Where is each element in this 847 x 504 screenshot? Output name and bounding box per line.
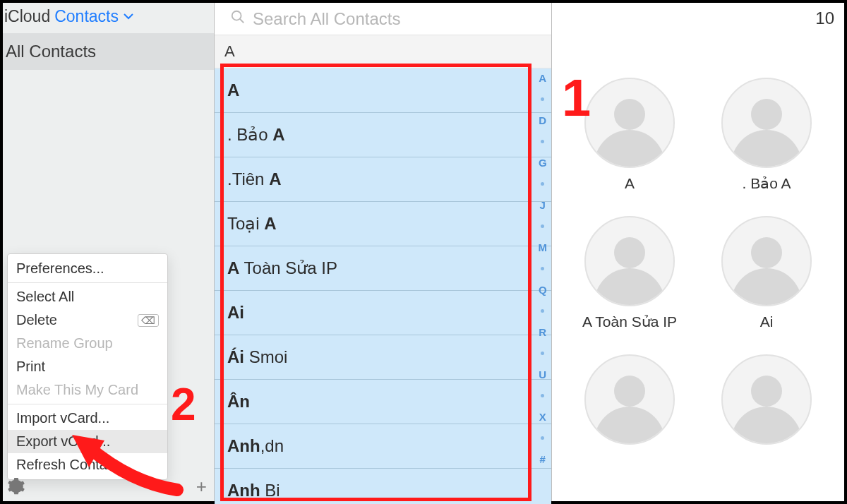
contact-row[interactable]: A Toàn Sửa IP [215, 246, 551, 291]
menu-item-preferences[interactable]: Preferences... [8, 257, 167, 280]
avatar [721, 78, 812, 168]
alpha-index-letter[interactable]: G [539, 157, 547, 169]
brand-contacts: Contacts [54, 7, 119, 26]
alpha-index-dot [541, 436, 544, 440]
avatar-name: . Bảo A [742, 175, 791, 192]
svg-line-1 [240, 18, 244, 23]
menu-item-select-all[interactable]: Select All [8, 285, 167, 308]
avatar-name: Ai [760, 313, 774, 330]
contact-row[interactable]: Ân [215, 380, 551, 424]
avatar-cell[interactable]: A [565, 78, 695, 192]
alpha-index-dot [541, 352, 544, 355]
alpha-index-dot [541, 97, 544, 101]
avatar [584, 354, 675, 445]
section-header: A [215, 35, 551, 68]
menu-item-refresh-contacts[interactable]: Refresh Contact [8, 453, 167, 476]
menu-item-export-vcard[interactable]: Export vCard... [8, 430, 167, 453]
avatar [584, 78, 675, 168]
settings-menu: Preferences... Select All Delete ⌫ Renam… [7, 253, 168, 480]
alpha-index-letter[interactable]: D [539, 114, 546, 126]
brand-icloud: iCloud [4, 7, 50, 26]
contact-row[interactable]: . Bảo A [215, 113, 551, 157]
menu-item-delete[interactable]: Delete ⌫ [8, 308, 167, 332]
avatar-cell[interactable]: A Toàn Sửa IP [565, 216, 695, 330]
alpha-index-dot [541, 140, 544, 143]
avatar [584, 216, 675, 306]
alpha-index-letter[interactable]: # [540, 453, 546, 465]
contact-row[interactable]: Toại A [215, 202, 551, 246]
alpha-index-dot [541, 182, 544, 186]
detail-pane: 10 A. Bảo AA Toàn Sửa IPAi [552, 3, 844, 501]
menu-item-make-my-card: Make This My Card [8, 378, 167, 402]
avatar-name: A [625, 175, 635, 192]
sidebar-item-all-contacts[interactable]: All Contacts [3, 33, 214, 70]
alpha-index-letter[interactable]: R [539, 326, 546, 338]
avatar [721, 354, 812, 445]
add-button[interactable]: + [196, 477, 207, 496]
chevron-down-icon [123, 7, 134, 26]
avatar-cell[interactable]: Ai [702, 216, 831, 330]
search-icon [230, 9, 246, 29]
alpha-index-dot [541, 267, 544, 270]
avatar-cell[interactable] [702, 354, 831, 452]
avatar-name: A Toàn Sửa IP [582, 313, 677, 330]
search-placeholder: Search All Contacts [253, 9, 400, 29]
alpha-index[interactable]: ADGJMQRUX# [539, 72, 548, 465]
app-title-dropdown[interactable]: iCloud Contacts [3, 3, 214, 30]
avatar-cell[interactable] [565, 354, 695, 452]
search-input[interactable]: Search All Contacts [215, 3, 551, 35]
contact-row[interactable]: Ai [215, 291, 551, 335]
contact-row[interactable]: .Tiên A [215, 157, 551, 202]
alpha-index-letter[interactable]: M [539, 241, 548, 253]
alpha-index-dot [541, 394, 544, 397]
alpha-index-letter[interactable]: J [540, 199, 546, 211]
alpha-index-letter[interactable]: Q [539, 284, 547, 296]
alpha-index-letter[interactable]: X [539, 411, 546, 423]
avatar-cell[interactable]: . Bảo A [702, 78, 831, 192]
alpha-index-dot [541, 309, 544, 313]
contact-row[interactable]: Anh,dn [215, 424, 551, 469]
contact-list-pane: Search All Contacts A A. Bảo A.Tiên AToạ… [215, 3, 552, 501]
contact-row[interactable]: Ái Smoi [215, 335, 551, 380]
selection-count: 10 [815, 8, 834, 28]
menu-item-rename-group: Rename Group [8, 332, 167, 355]
svg-point-0 [232, 11, 241, 20]
gear-icon[interactable] [7, 477, 25, 498]
delete-shortcut-icon: ⌫ [138, 314, 159, 327]
menu-item-print[interactable]: Print [8, 355, 167, 378]
contact-row[interactable]: A [215, 68, 551, 113]
menu-item-import-vcard[interactable]: Import vCard... [8, 407, 167, 430]
alpha-index-letter[interactable]: U [539, 368, 546, 380]
alpha-index-dot [541, 224, 544, 228]
sidebar: iCloud Contacts All Contacts Preferences… [3, 3, 215, 501]
contact-row[interactable]: Anh Bi [215, 469, 551, 504]
alpha-index-letter[interactable]: A [539, 72, 546, 84]
avatar [721, 216, 812, 306]
